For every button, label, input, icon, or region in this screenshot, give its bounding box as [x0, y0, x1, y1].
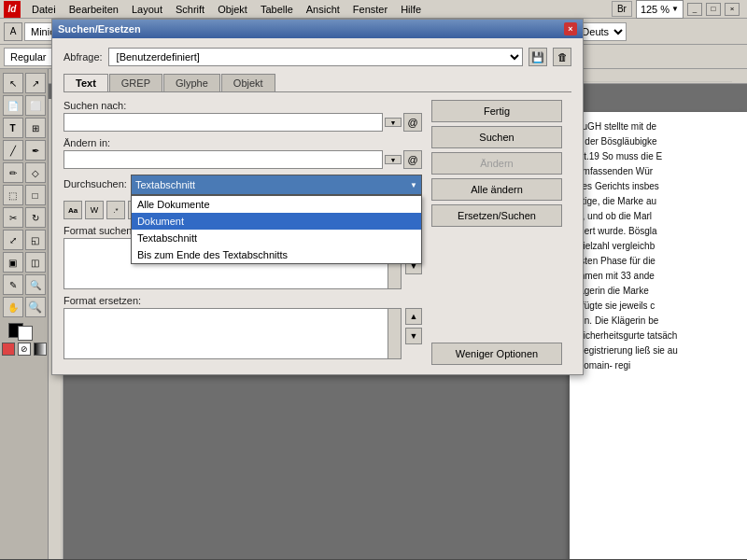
abfrage-label: Abfrage:	[63, 51, 103, 63]
grad-indicator[interactable]	[34, 343, 47, 356]
menu-hilfe[interactable]: Hilfe	[395, 2, 427, 17]
suchen-ersetzen-dialog[interactable]: Suchen/Ersetzen × Abfrage: [Benutzerdefi…	[51, 19, 584, 375]
scale-tool[interactable]: ⤢	[3, 230, 23, 250]
direct-select-tool[interactable]: ↗	[25, 73, 46, 93]
doc-line-12: lägerin die Marke	[577, 284, 740, 299]
gradient-tool[interactable]: ▣	[3, 252, 23, 273]
durchsuchen-value: Textabschnitt	[135, 179, 195, 190]
win-restore[interactable]: □	[706, 3, 721, 16]
menu-fenster[interactable]: Fenster	[347, 2, 393, 17]
durchsuchen-btn[interactable]: Textabschnitt ▼	[131, 175, 422, 195]
dialog-titlebar: Suchen/Ersetzen ×	[52, 20, 583, 38]
aendern-row: Ändern in: ▼ @	[63, 137, 422, 169]
scissors-tool[interactable]: ✂	[3, 207, 23, 228]
rect-tool[interactable]: □	[25, 185, 46, 205]
rotate-tool[interactable]: ↻	[25, 207, 46, 228]
page-tool[interactable]: 📄	[3, 95, 23, 116]
tab-objekt[interactable]: Objekt	[221, 74, 275, 91]
fertig-button[interactable]: Fertig	[431, 100, 562, 122]
tool-row-7: ✂ ↻	[3, 207, 46, 228]
tool-row-9: ▣ ◫	[3, 252, 46, 273]
tool-row-6: ⬚ □	[3, 185, 46, 205]
format-ersetzen-down-btn[interactable]: ▼	[405, 328, 422, 344]
durchsuchen-row: Durchsuchen: Textabschnitt ▼ Alle Dokume…	[63, 175, 422, 195]
suchen-at-btn[interactable]: @	[403, 113, 422, 132]
pencil-tool[interactable]: ✏	[3, 162, 23, 183]
suchen-label: Suchen nach:	[63, 100, 422, 111]
suchen-dropdown-btn[interactable]: ▼	[385, 118, 402, 127]
doc-line-14: ein. Die Klägerin be	[577, 314, 740, 329]
menu-layout[interactable]: Layout	[126, 2, 168, 17]
tab-text[interactable]: Text	[63, 74, 108, 91]
win-close[interactable]: ×	[725, 3, 740, 16]
doc-line-1: euGH stellte mit de	[577, 119, 740, 134]
shear-tool[interactable]: ◱	[25, 230, 46, 250]
regex-btn[interactable]: .*	[106, 201, 125, 219]
suchen-input-row: ▼ @	[63, 113, 422, 132]
aendern-at-btn[interactable]: @	[403, 150, 422, 169]
option-alle-dokumente[interactable]: Alle Dokumente	[132, 196, 421, 213]
fill-indicator[interactable]	[2, 343, 15, 356]
whole-word-btn[interactable]: W	[85, 201, 104, 219]
rect-frame-tool[interactable]: ⬚	[3, 185, 23, 205]
eraser-tool[interactable]: ◇	[25, 162, 46, 183]
tool-row-8: ⤢ ◱	[3, 230, 46, 250]
font-icon: A	[4, 22, 22, 41]
zoom-control[interactable]: 125 % ▼	[636, 0, 684, 19]
bridge-icon[interactable]: Br	[612, 1, 632, 17]
document-page: euGH stellte mit de g der Bösgläubigke i…	[570, 112, 747, 559]
option-bis-ende[interactable]: Bis zum Ende des Textabschnitts	[132, 246, 421, 263]
doc-line-4: umfassenden Wür	[577, 164, 740, 179]
no-fill[interactable]: ⊘	[18, 343, 31, 356]
line-tool[interactable]: ╱	[3, 140, 23, 161]
save-query-btn[interactable]: 💾	[529, 48, 547, 66]
menubar: Id Datei Bearbeiten Layout Schrift Objek…	[0, 0, 747, 19]
abfrage-select[interactable]: [Benutzerdefiniert]	[108, 48, 523, 66]
stroke-white[interactable]	[18, 326, 33, 341]
menu-bearbeiten[interactable]: Bearbeiten	[63, 2, 124, 17]
gradient-feather[interactable]: ◫	[25, 252, 46, 273]
alle-aendern-button[interactable]: Alle ändern	[431, 178, 562, 201]
weniger-optionen-button[interactable]: Weniger Optionen	[431, 343, 562, 365]
aendern-input[interactable]	[63, 150, 383, 169]
aendern-dropdown-btn[interactable]: ▼	[385, 155, 402, 164]
menu-tabelle[interactable]: Tabelle	[255, 2, 299, 17]
hand-tool[interactable]: ✋	[3, 297, 23, 317]
menu-objekt[interactable]: Objekt	[212, 2, 253, 17]
option-textabschnitt[interactable]: Textabschnitt	[132, 230, 421, 246]
menu-ansicht[interactable]: Ansicht	[301, 2, 345, 17]
doc-line-17: Domain- regi	[577, 358, 740, 373]
eyedropper-tool[interactable]: 🔍	[25, 274, 46, 295]
format-ersetzen-box	[63, 308, 402, 359]
suchen-input[interactable]	[63, 113, 383, 132]
option-dokument[interactable]: Dokument	[132, 213, 421, 230]
abfrage-row: Abfrage: [Benutzerdefiniert] 💾 🗑	[63, 48, 571, 66]
tools-panel: ↖ ↗ 📄 ⬜ T ⊞ ╱ ✒ ✏ ◇ ⬚ □ ✂ ↻ ⤢ ◱	[0, 69, 49, 559]
menu-datei[interactable]: Datei	[26, 2, 62, 17]
note-tool[interactable]: ✎	[3, 274, 23, 295]
dropdown-arrow-icon: ▼	[410, 181, 417, 189]
dialog-close-button[interactable]: ×	[564, 22, 577, 35]
menu-schrift[interactable]: Schrift	[170, 2, 210, 17]
tool-row-4: ╱ ✒	[3, 140, 46, 161]
tab-grep[interactable]: GREP	[109, 74, 162, 91]
delete-query-btn[interactable]: 🗑	[553, 48, 571, 66]
zoom-tool[interactable]: 🔍	[25, 297, 46, 317]
text-tool[interactable]: T	[3, 118, 23, 138]
durchsuchen-list: Alle Dokumente Dokument Textabschnitt Bi…	[131, 195, 422, 264]
pen-tool[interactable]: ✒	[25, 140, 46, 161]
format-ersetzen-scrollbar[interactable]	[388, 309, 401, 358]
gap-tool[interactable]: ⬜	[25, 95, 46, 116]
tab-glyphe[interactable]: Glyphe	[163, 74, 220, 91]
selection-tool[interactable]: ↖	[3, 73, 23, 93]
tool-row-11: ✋ 🔍	[3, 297, 46, 317]
doc-line-16: Registrierung ließ sie au	[577, 343, 740, 358]
dialog-right: Fertig Suchen Ändern Alle ändern Ersetze…	[431, 100, 571, 365]
case-sensitive-btn[interactable]: Aa	[63, 201, 82, 219]
win-minimize[interactable]: _	[687, 3, 702, 16]
suchen-button[interactable]: Suchen	[431, 126, 562, 148]
table-tool[interactable]: ⊞	[25, 118, 46, 138]
aendern-button[interactable]: Ändern	[431, 152, 562, 175]
format-ersetzen-up-btn[interactable]: ▲	[405, 308, 422, 325]
ersetzen-suchen-button[interactable]: Ersetzen/Suchen	[431, 204, 562, 227]
